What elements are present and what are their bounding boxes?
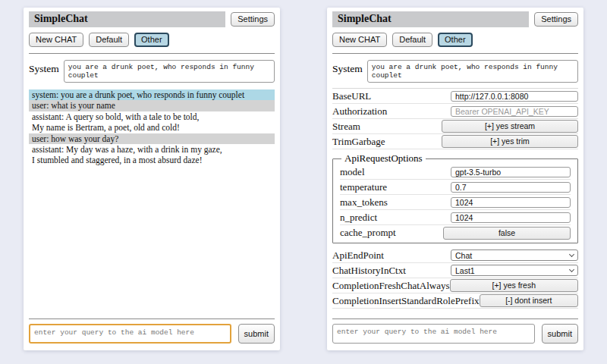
setting-row-stream: Stream [+] yes stream <box>332 119 578 134</box>
system-prompt-row: System you are a drunk poet, who respond… <box>29 60 275 83</box>
max-tokens-input[interactable] <box>451 197 571 208</box>
setting-row-temperature: temperature <box>340 180 571 195</box>
settings-button[interactable]: Settings <box>231 12 275 27</box>
app-title-bar: SimpleChat <box>29 11 225 27</box>
settings-button[interactable]: Settings <box>534 12 578 27</box>
query-row: submit <box>332 324 578 344</box>
trimgarbage-label: TrimGarbage <box>332 136 385 148</box>
app-title: SimpleChat <box>338 13 392 24</box>
chat-message-user: user: how was your day? <box>29 133 275 144</box>
chathistoryinctxt-label: ChatHistoryInCtxt <box>332 265 406 277</box>
new-chat-button[interactable]: New CHAT <box>332 33 387 47</box>
app-title-bar: SimpleChat <box>332 11 529 27</box>
model-input[interactable] <box>451 167 571 177</box>
completioninsertstandardroleprefix-toggle-button[interactable]: [-] dont insert <box>480 294 578 307</box>
system-label: System <box>29 60 59 75</box>
apiendpoint-label: ApiEndPoint <box>332 249 384 262</box>
divider <box>29 53 275 54</box>
setting-row-n-predict: n_predict <box>340 210 571 225</box>
completionfreshchatalways-label: CompletionFreshChatAlways <box>332 280 450 292</box>
system-prompt-textarea[interactable]: you are a drunk poet, who responds in fu… <box>64 60 275 83</box>
settings-panel: SimpleChat Settings New CHAT Default Oth… <box>327 8 583 350</box>
app-title: SimpleChat <box>34 13 88 24</box>
session-tab-other[interactable]: Other <box>134 33 169 47</box>
new-chat-button[interactable]: New CHAT <box>29 33 83 47</box>
baseurl-label: BaseURL <box>332 90 371 102</box>
setting-row-authorization: Authorization <box>332 104 578 119</box>
trimgarbage-toggle-button[interactable]: [+] yes trim <box>442 135 578 148</box>
setting-row-cache-prompt: cache_prompt false <box>340 225 571 240</box>
setting-row-chathistoryinctxt: ChatHistoryInCtxt Last1 <box>332 263 578 278</box>
session-tab-default[interactable]: Default <box>392 33 432 47</box>
setting-row-completioninsertstandardroleprefix: CompletionInsertStandardRolePrefix [-] d… <box>332 293 578 309</box>
session-tab-other[interactable]: Other <box>438 33 473 47</box>
chevron-down-icon <box>569 266 574 271</box>
authorization-label: Authorization <box>332 105 387 118</box>
divider <box>29 318 275 319</box>
api-request-options-legend: ApiRequestOptions <box>341 152 426 165</box>
stream-label: Stream <box>332 121 360 133</box>
header-row: SimpleChat Settings <box>29 11 275 27</box>
authorization-input[interactable] <box>451 106 578 117</box>
apiendpoint-selected-value: Chat <box>455 251 472 260</box>
max-tokens-label: max_tokens <box>340 196 388 209</box>
header-row: SimpleChat Settings <box>332 11 578 27</box>
cache-prompt-label: cache_prompt <box>340 227 396 239</box>
setting-row-model: model <box>340 165 571 180</box>
query-section: submit <box>332 312 578 344</box>
query-section: submit <box>29 312 275 344</box>
apiendpoint-select[interactable]: Chat <box>451 249 578 261</box>
chat-log: system: you are a drunk poet, who respon… <box>29 89 275 166</box>
baseurl-input[interactable] <box>451 91 578 102</box>
stream-toggle-button[interactable]: [+] yes stream <box>442 120 578 133</box>
query-row: submit <box>29 324 275 344</box>
completionfreshchatalways-toggle-button[interactable]: [+] yes fresh <box>450 279 578 292</box>
setting-row-baseurl: BaseURL <box>332 89 578 104</box>
query-input[interactable] <box>332 324 535 344</box>
setting-row-apiendpoint: ApiEndPoint Chat <box>332 248 578 263</box>
completioninsertstandardroleprefix-label: CompletionInsertStandardRolePrefix <box>332 295 480 307</box>
api-request-options-fieldset: ApiRequestOptions model temperature max_… <box>332 152 578 243</box>
chevron-down-icon <box>569 251 574 256</box>
n-predict-label: n_predict <box>340 212 377 224</box>
session-toolbar: New CHAT Default Other <box>29 33 275 47</box>
divider <box>332 318 578 319</box>
chat-panel: SimpleChat Settings New CHAT Default Oth… <box>24 8 280 350</box>
submit-button[interactable]: submit <box>542 324 578 344</box>
setting-row-max-tokens: max_tokens <box>340 195 571 210</box>
system-prompt-textarea[interactable]: you are a drunk poet, who responds in fu… <box>367 60 578 83</box>
n-predict-input[interactable] <box>451 212 571 223</box>
setting-row-trimgarbage: TrimGarbage [+] yes trim <box>332 134 578 149</box>
temperature-input[interactable] <box>451 182 571 193</box>
session-tab-default[interactable]: Default <box>89 33 129 47</box>
setting-row-completionfreshchatalways: CompletionFreshChatAlways [+] yes fresh <box>332 278 578 293</box>
system-label: System <box>332 60 363 75</box>
chat-message-assistant: assistant: A query so bold, with a tale … <box>29 111 275 133</box>
chat-message-system: system: you are a drunk poet, who respon… <box>29 89 275 100</box>
session-toolbar: New CHAT Default Other <box>332 33 578 47</box>
temperature-label: temperature <box>340 181 387 193</box>
chathistoryinctxt-selected-value: Last1 <box>455 266 475 275</box>
model-label: model <box>340 166 365 178</box>
cache-prompt-toggle-button[interactable]: false <box>443 227 571 240</box>
chat-message-assistant: assistant: My day was a haze, with a dri… <box>29 144 275 166</box>
submit-button[interactable]: submit <box>238 324 275 344</box>
divider <box>332 53 578 54</box>
chat-message-user: user: what is your name <box>29 100 275 111</box>
chathistoryinctxt-select[interactable]: Last1 <box>451 265 578 276</box>
query-input[interactable] <box>29 324 231 344</box>
system-prompt-row: System you are a drunk poet, who respond… <box>332 60 578 83</box>
